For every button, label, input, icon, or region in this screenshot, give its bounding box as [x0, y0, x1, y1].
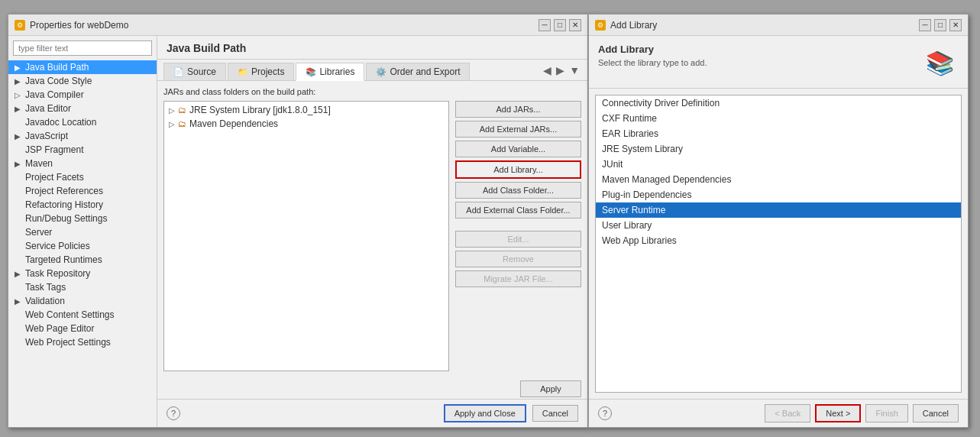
lib-item-connectivity[interactable]: Connectivity Driver Definition: [596, 95, 961, 111]
sidebar-item-web-page-editor[interactable]: Web Page Editor: [8, 322, 157, 335]
lib-item-label: JUnit: [602, 159, 623, 170]
lib-item-plugin[interactable]: Plug-in Dependencies: [596, 187, 961, 202]
sidebar-item-label: Web Page Editor: [25, 323, 95, 334]
tabs-row: 📄 Source 📁 Projects 📚 Libraries ⚙️ Order…: [157, 60, 587, 81]
jre-icon: 🗂: [178, 105, 186, 115]
tab-order-label: Order and Export: [390, 66, 460, 77]
sidebar-item-jsp-fragment[interactable]: JSP Fragment: [8, 143, 157, 157]
add-class-folder-button[interactable]: Add Class Folder...: [455, 182, 581, 199]
jre-expand-arrow: ▷: [169, 106, 175, 115]
expand-arrow: ▶: [15, 105, 22, 113]
finish-button[interactable]: Finish: [865, 404, 907, 422]
sidebar-item-server[interactable]: Server: [8, 225, 157, 239]
sidebar-item-refactoring-history[interactable]: Refactoring History: [8, 198, 157, 212]
lib-item-jre[interactable]: JRE System Library: [596, 141, 961, 157]
main-content: Java Build Path 📄 Source 📁 Projects 📚 L: [157, 36, 587, 427]
sidebar-item-label: Web Content Settings: [25, 309, 115, 320]
lib-item-label: Connectivity Driver Definition: [602, 98, 720, 108]
apply-close-button[interactable]: Apply and Close: [444, 404, 526, 422]
addlib-help-button[interactable]: ?: [598, 406, 612, 420]
next-button[interactable]: Next >: [815, 404, 861, 422]
sidebar-item-run-debug-settings[interactable]: Run/Debug Settings: [8, 212, 157, 225]
cancel-button[interactable]: Cancel: [532, 405, 578, 422]
minimize-button[interactable]: ─: [539, 19, 551, 31]
tab-order-export[interactable]: ⚙️ Order and Export: [366, 63, 470, 80]
addlib-minimize-button[interactable]: ─: [919, 19, 931, 31]
tab-back-button[interactable]: ◀: [542, 64, 553, 76]
properties-dialog-icon: ⚙: [15, 20, 25, 31]
properties-titlebar: ⚙ Properties for webDemo ─ □ ✕: [8, 15, 587, 36]
close-button[interactable]: ✕: [569, 19, 581, 31]
lib-item-maven-managed[interactable]: Maven Managed Dependencies: [596, 172, 961, 187]
sidebar-item-java-editor[interactable]: ▶ Java Editor: [8, 102, 157, 115]
jar-area: ▷ 🗂 JRE System Library [jdk1.8.0_151] ▷ …: [163, 101, 581, 371]
sidebar-item-targeted-runtimes[interactable]: Targeted Runtimes: [8, 253, 157, 267]
sidebar-item-label: Validation: [25, 296, 65, 306]
tabs-container: 📄 Source 📁 Projects 📚 Libraries ⚙️ Order…: [157, 60, 542, 80]
addlib-dialog-icon: ⚙: [595, 20, 606, 31]
sidebar-item-java-code-style[interactable]: ▶ Java Code Style: [8, 74, 157, 88]
tab-forward-button[interactable]: ▶: [555, 64, 566, 76]
lib-item-junit[interactable]: JUnit: [596, 157, 961, 172]
add-library-button[interactable]: Add Library...: [455, 160, 581, 179]
lib-item-label: JRE System Library: [602, 144, 683, 154]
lib-item-ear[interactable]: EAR Libraries: [596, 126, 961, 141]
sidebar-item-label: Maven: [25, 158, 53, 169]
addlib-cancel-button[interactable]: Cancel: [913, 404, 959, 422]
tab-libraries[interactable]: 📚 Libraries: [296, 63, 364, 81]
library-list[interactable]: Connectivity Driver Definition CXF Runti…: [595, 95, 962, 393]
sidebar-item-javadoc-location[interactable]: Javadoc Location: [8, 115, 157, 129]
sidebar-item-service-policies[interactable]: Service Policies: [8, 239, 157, 253]
sidebar-tree: ▶ Java Build Path ▶ Java Code Style ▷ Ja…: [8, 60, 157, 427]
tab-source[interactable]: 📄 Source: [163, 63, 226, 80]
sidebar-item-web-content-settings[interactable]: Web Content Settings: [8, 308, 157, 322]
jar-buttons: Add JARs... Add External JARs... Add Var…: [455, 101, 581, 371]
source-tab-icon: 📄: [173, 67, 184, 77]
sidebar-item-validation[interactable]: ▶ Validation: [8, 294, 157, 308]
lib-item-server-runtime[interactable]: Server Runtime: [596, 202, 961, 218]
addlib-maximize-button[interactable]: □: [934, 19, 946, 31]
lib-item-cxf[interactable]: CXF Runtime: [596, 111, 961, 126]
help-button[interactable]: ?: [167, 406, 180, 420]
properties-dialog-title: Properties for webDemo: [30, 20, 128, 31]
sidebar-item-task-tags[interactable]: Task Tags: [8, 280, 157, 294]
maximize-button[interactable]: □: [554, 19, 566, 31]
sidebar-item-java-compiler[interactable]: ▷ Java Compiler: [8, 88, 157, 102]
add-external-jars-button[interactable]: Add External JARs...: [455, 121, 581, 138]
expand-arrow: ▶: [15, 77, 22, 86]
tab-projects[interactable]: 📁 Projects: [228, 63, 294, 80]
addlib-titlebar: ⚙ Add Library ─ □ ✕: [589, 15, 968, 36]
jar-item-jre[interactable]: ▷ 🗂 JRE System Library [jdk1.8.0_151]: [166, 103, 447, 117]
apply-button[interactable]: Apply: [520, 380, 581, 397]
filter-input[interactable]: [13, 40, 152, 56]
maven-label: Maven Dependencies: [189, 118, 278, 129]
migrate-jar-button[interactable]: Migrate JAR File...: [455, 270, 581, 287]
jar-item-maven[interactable]: ▷ 🗂 Maven Dependencies: [166, 117, 447, 131]
expand-arrow: ▶: [15, 297, 22, 306]
sidebar-item-label: Java Editor: [25, 103, 71, 114]
remove-button[interactable]: Remove: [455, 251, 581, 267]
lib-item-web-app[interactable]: Web App Libraries: [596, 233, 961, 248]
add-variable-button[interactable]: Add Variable...: [455, 141, 581, 157]
addlib-close-button[interactable]: ✕: [949, 19, 962, 31]
expand-arrow: ▶: [15, 132, 22, 141]
sidebar-item-project-references[interactable]: Project References: [8, 184, 157, 198]
sidebar-item-task-repository[interactable]: ▶ Task Repository: [8, 267, 157, 280]
lib-item-user-library[interactable]: User Library: [596, 218, 961, 233]
back-button[interactable]: < Back: [765, 404, 810, 422]
sidebar-item-java-build-path[interactable]: ▶ Java Build Path: [8, 60, 157, 74]
lib-item-label: Maven Managed Dependencies: [602, 174, 731, 185]
tab-projects-label: Projects: [251, 66, 284, 77]
sidebar-item-project-facets[interactable]: Project Facets: [8, 170, 157, 184]
jar-list[interactable]: ▷ 🗂 JRE System Library [jdk1.8.0_151] ▷ …: [163, 101, 449, 371]
sidebar-item-label: Task Tags: [25, 282, 66, 293]
add-jars-button[interactable]: Add JARs...: [455, 101, 581, 118]
add-external-class-folder-button[interactable]: Add External Class Folder...: [455, 202, 581, 218]
edit-button[interactable]: Edit...: [455, 231, 581, 248]
addlib-dialog-title: Add Library: [610, 20, 657, 31]
sidebar-item-maven[interactable]: ▶ Maven: [8, 157, 157, 170]
expand-arrow: ▷: [15, 91, 22, 99]
sidebar-item-javascript[interactable]: ▶ JavaScript: [8, 129, 157, 143]
sidebar-item-web-project-settings[interactable]: Web Project Settings: [8, 335, 157, 349]
tab-menu-button[interactable]: ▼: [568, 64, 581, 76]
